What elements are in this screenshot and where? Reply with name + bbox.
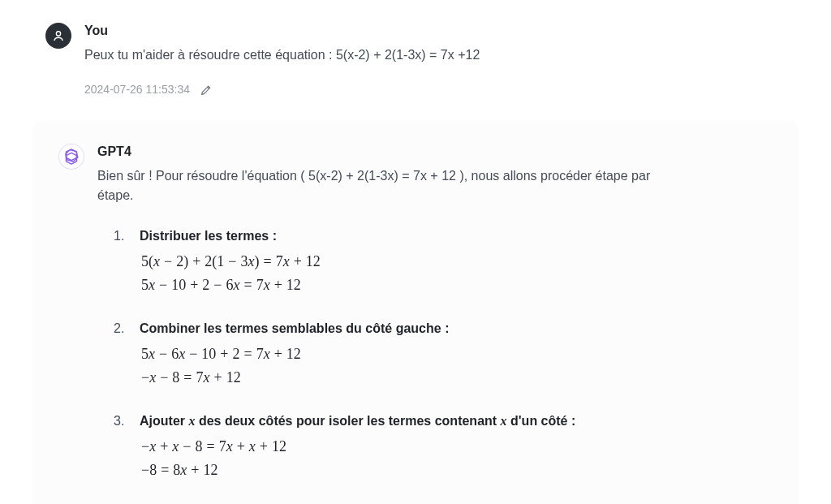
step-2-eq-1: 5x−6x−10+2=7x+12 [141,343,773,365]
step-3-title-var2: x [501,414,507,428]
step-2: Combiner les termes semblables du côté g… [114,319,773,389]
user-message-body: You Peux tu m'aider à résoudre cette équ… [84,21,786,98]
step-3-title-t2: des deux côtés pour isoler les termes co… [195,414,500,428]
step-1: Distribuer les termes : 5(x−2)+2(1−3x)=7… [114,226,773,296]
pencil-icon [200,84,213,97]
assistant-intro-text: Bien sûr ! Pour résoudre l'équation ( 5(… [97,166,665,205]
step-3-title-t0: Ajouter [140,414,188,428]
edit-button[interactable] [200,84,213,97]
step-2-title: Combiner les termes semblables du côté g… [140,319,773,338]
user-timestamp: 2024-07-26 11:53:34 [84,81,190,98]
steps-list: Distribuer les termes : 5(x−2)+2(1−3x)=7… [97,226,773,504]
user-sender-label: You [84,21,786,41]
step-3-eq-2: −8=8x+12 [141,459,773,481]
openai-logo-icon [61,146,82,167]
user-meta-row: 2024-07-26 11:53:34 [84,81,786,98]
assistant-sender-label: GPT4 [97,142,773,162]
step-3: Ajouter x des deux côtés pour isoler les… [114,411,773,481]
assistant-avatar [58,144,84,170]
step-3-title-t4: d'un côté : [507,414,576,428]
step-1-eq-2: 5x−10+2−6x=7x+12 [141,274,773,296]
assistant-message-inner: GPT4 Bien sûr ! Pour résoudre l'équation… [45,142,786,504]
user-message: You Peux tu m'aider à résoudre cette équ… [32,16,799,98]
step-3-title: Ajouter x des deux côtés pour isoler les… [140,411,773,431]
person-icon [51,28,66,43]
step-3-eq-1: −x+x−8=7x+x+12 [141,436,773,458]
conversation: You Peux tu m'aider à résoudre cette équ… [0,0,831,504]
assistant-message: GPT4 Bien sûr ! Pour résoudre l'équation… [32,121,799,504]
step-1-title: Distribuer les termes : [140,226,773,246]
step-1-eq-1: 5(x−2)+2(1−3x)=7x+12 [141,251,773,273]
user-message-text: Peux tu m'aider à résoudre cette équatio… [84,45,786,65]
step-2-eq-2: −x−8=7x+12 [141,367,773,389]
user-avatar [45,23,71,49]
svg-point-0 [56,32,60,36]
assistant-message-body: GPT4 Bien sûr ! Pour résoudre l'équation… [97,142,773,504]
